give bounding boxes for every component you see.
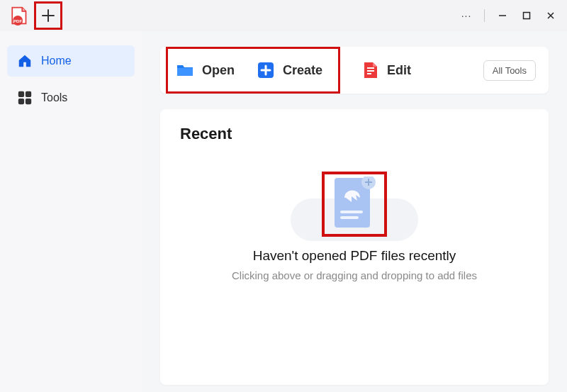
empty-title: Haven't opened PDF files recently bbox=[253, 248, 456, 264]
folder-open-icon bbox=[175, 60, 195, 80]
svg-rect-3 bbox=[19, 92, 23, 96]
titlebar: PDF ··· bbox=[0, 0, 567, 31]
tools-grid-icon bbox=[17, 90, 33, 106]
sidebar-item-label: Tools bbox=[41, 91, 67, 104]
action-bar: Open Create bbox=[160, 47, 549, 94]
sidebar: Home Tools bbox=[0, 31, 142, 392]
svg-rect-12 bbox=[340, 216, 359, 219]
new-tab-button[interactable] bbox=[34, 1, 62, 30]
body: Home Tools bbox=[0, 31, 567, 392]
app-logo-icon: PDF bbox=[4, 1, 33, 30]
titlebar-right: ··· bbox=[456, 0, 567, 31]
sidebar-item-label: Home bbox=[41, 55, 72, 67]
edit-label: Edit bbox=[387, 63, 411, 78]
titlebar-left: PDF bbox=[0, 0, 62, 31]
edit-file-icon bbox=[360, 60, 380, 80]
empty-state: Haven't opened PDF files recently Clicki… bbox=[180, 172, 529, 378]
empty-illustration bbox=[322, 172, 387, 237]
divider bbox=[484, 9, 485, 22]
svg-rect-5 bbox=[19, 99, 23, 103]
create-button[interactable]: Create bbox=[256, 60, 322, 80]
minimize-button[interactable] bbox=[492, 5, 513, 26]
more-menu-icon[interactable]: ··· bbox=[456, 10, 477, 21]
create-plus-icon bbox=[256, 60, 276, 80]
empty-subtitle: Clicking above or dragging and dropping … bbox=[232, 269, 477, 281]
svg-rect-2 bbox=[524, 13, 530, 19]
open-label: Open bbox=[202, 63, 235, 78]
recent-heading: Recent bbox=[180, 125, 529, 143]
svg-rect-7 bbox=[177, 68, 193, 76]
home-icon bbox=[17, 53, 33, 69]
sidebar-item-home[interactable]: Home bbox=[7, 45, 135, 77]
recent-card: Recent Haven't opened PDF fil bbox=[160, 109, 549, 385]
main-area: Open Create bbox=[142, 31, 567, 392]
svg-text:PDF: PDF bbox=[13, 18, 22, 23]
maximize-button[interactable] bbox=[516, 5, 537, 26]
close-button[interactable] bbox=[540, 5, 561, 26]
create-label: Create bbox=[283, 63, 322, 78]
all-tools-button[interactable]: All Tools bbox=[483, 60, 536, 81]
empty-pdf-thumb[interactable] bbox=[322, 172, 387, 237]
sidebar-item-tools[interactable]: Tools bbox=[7, 82, 135, 113]
svg-rect-11 bbox=[340, 211, 363, 213]
highlighted-actions: Open Create bbox=[166, 47, 340, 94]
svg-rect-4 bbox=[26, 92, 30, 96]
svg-rect-6 bbox=[26, 99, 30, 103]
open-button[interactable]: Open bbox=[175, 60, 235, 80]
edit-button[interactable]: Edit bbox=[360, 60, 411, 80]
